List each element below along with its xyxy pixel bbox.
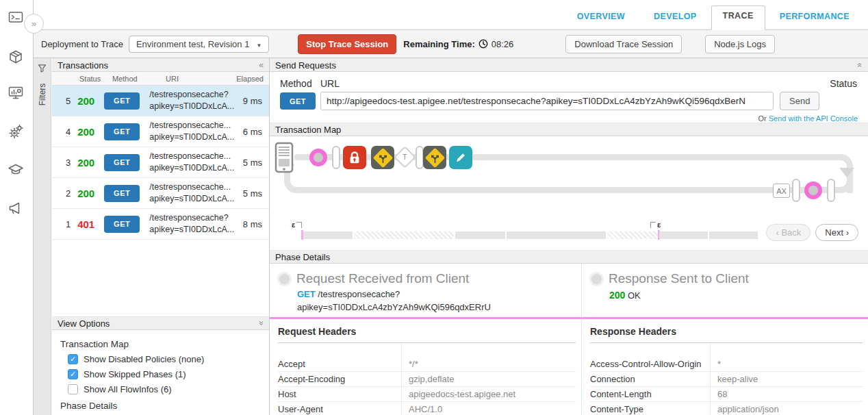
trace-tool-app: OVERVIEWDEVELOPTRACEPERFORMANCE Deployme… [0,0,868,415]
timeline-segment[interactable] [354,231,454,239]
timeline-segment[interactable] [607,231,658,239]
status-code: 200 [76,157,104,168]
response-status-text: OK [628,290,641,301]
view-option[interactable]: Show Skipped Phases (1) [68,369,269,379]
timeline-segment[interactable] [303,231,353,239]
method-badge[interactable]: GET [104,185,140,202]
or-text: Or [758,114,766,123]
tab-develop[interactable]: DEVELOP [639,7,711,30]
route-policy-icon[interactable] [371,146,394,169]
response-phase-title: Response Sent to Client [609,271,749,286]
megaphone-icon[interactable] [8,200,24,219]
transaction-row[interactable]: 2200GET/testresponsecache...apikey=sTI0D… [52,178,269,209]
view-options-header: View Options [52,316,269,330]
collapse-up-icon[interactable] [856,63,865,68]
send-button[interactable]: Send [780,92,819,110]
timeline-bar [303,231,759,239]
header-name: Content-Type [590,402,710,415]
header-row: Hostapigeedocs-test.apigee.net [278,387,576,402]
timeline-segment[interactable] [709,231,758,239]
back-button[interactable]: ‹ Back [766,224,810,241]
header-value: keep-alive [710,372,863,386]
header-row: Accept-Encodinggzip,deflate [278,372,576,387]
tab-overview[interactable]: OVERVIEW [563,7,639,30]
status-code: 200 [76,126,104,138]
uri-text: /testresponsecache?apikey=sTI0DDxLcA... [149,212,234,236]
expand-sidebar-button[interactable] [24,14,44,34]
url-input[interactable] [320,92,774,110]
deployment-select-value: Environment test, Revision 1 [136,39,249,49]
request-phase-card[interactable]: Request Received from Client GET /testre… [270,264,581,319]
api-console-link[interactable]: Send with the API Console [769,114,858,123]
left-icon-rail [0,0,34,415]
nodejs-logs-button[interactable]: Node.js Logs [705,35,775,53]
tab-performance[interactable]: PERFORMANCE [765,7,864,30]
header-name: Connection [590,372,710,386]
transaction-row[interactable]: 3200GET/testresponsecache...apikey=sTI0D… [52,147,269,178]
checkbox[interactable] [68,354,78,364]
download-trace-button[interactable]: Download Trace Session [565,35,682,53]
remaining-time-label: Remaining Time: [403,39,475,49]
education-icon[interactable] [8,162,24,181]
verify-api-key-policy-icon[interactable] [343,146,366,169]
gears-icon[interactable] [8,123,24,142]
filters-label: Filters [38,74,47,115]
timeline-nav: ‹ Back Next › [766,224,858,241]
transactions-list: 5200GET/testresponsecache?apikey=sTI0DDx… [52,86,269,240]
checkbox[interactable] [68,369,78,379]
header-name: Accept [278,357,401,371]
request-headers-title: Request Headers [278,319,576,343]
clock-icon [478,39,488,49]
analytics-step[interactable]: AX [773,184,790,198]
route-policy-icon[interactable] [423,146,446,169]
flow-arrow-down-icon [839,168,854,177]
header-value: apigeedocs-test.apigee.net [401,387,576,401]
response-phase-card[interactable]: Response Sent to Client 200 OK [581,264,868,319]
deployment-select[interactable]: Environment test, Revision 1 [129,36,269,53]
method-badge[interactable]: GET [104,154,140,171]
request-uri-line1: /testresponsecache? [318,289,400,299]
transaction-map-title: Transaction Map [275,125,341,135]
method-label: Method [280,78,312,89]
tab-trace[interactable]: TRACE [711,5,765,30]
trace-toolbar: Deployment to Trace Environment test, Re… [33,30,868,58]
transactions-column-headers: Status Method URI Elapsed [52,72,269,86]
view-option[interactable]: Show All FlowInfos (6) [68,384,269,394]
transaction-row[interactable]: 1401GET/testresponsecache?apikey=sTI0DDx… [52,209,269,240]
method-badge[interactable]: GET [104,123,140,140]
next-button[interactable]: Next › [815,224,858,241]
timeline-segment[interactable] [507,231,606,239]
view-options-section-label: Phase Details [60,401,269,411]
timeline-segment[interactable] [659,231,708,239]
timeline-segment[interactable] [455,231,505,239]
request-uri-line2: apikey=sTI0DDxLcA4zbYzAh9wKQi596qdxERrU [297,302,491,312]
phase-marker[interactable] [804,181,822,199]
monitor-analytics-icon[interactable] [8,85,24,104]
stop-trace-button[interactable]: Stop Trace Session [298,34,396,54]
collapse-down-icon[interactable] [257,321,266,326]
column-status: Status [79,75,112,83]
filters-tab[interactable]: Filters [33,58,51,415]
transaction-id: 5 [52,96,76,106]
method-badge[interactable]: GET [104,92,140,110]
left-column: Filters Transactions Status Method URI E… [33,58,269,415]
view-option[interactable]: Show Disabled Policies (none) [68,354,269,364]
phase-marker[interactable] [309,149,327,166]
terminal-icon[interactable] [8,10,24,29]
collapse-left-icon[interactable] [259,60,264,70]
method-badge[interactable]: GET [104,216,140,233]
transaction-id: 2 [52,188,76,199]
assign-message-policy-icon[interactable] [449,146,472,169]
remaining-time: Remaining Time: 08:26 [403,39,513,49]
package-icon[interactable] [8,49,24,68]
phase-bullet [279,274,290,284]
transaction-row[interactable]: 5200GET/testresponsecache?apikey=sTI0DDx… [52,86,269,116]
condition-marker[interactable]: T [394,146,416,168]
request-headers-table: Request Headers Accept*/*Accept-Encoding… [270,319,581,415]
checkbox[interactable] [68,384,78,394]
client-device-icon[interactable] [274,142,294,176]
transaction-row[interactable]: 4200GET/testresponsecache...apikey=sTI0D… [52,116,269,147]
phase-comparison: Request Received from Client GET /testre… [270,264,868,319]
epsilon-marker: ε [292,221,302,229]
method-badge[interactable]: GET [280,92,316,110]
